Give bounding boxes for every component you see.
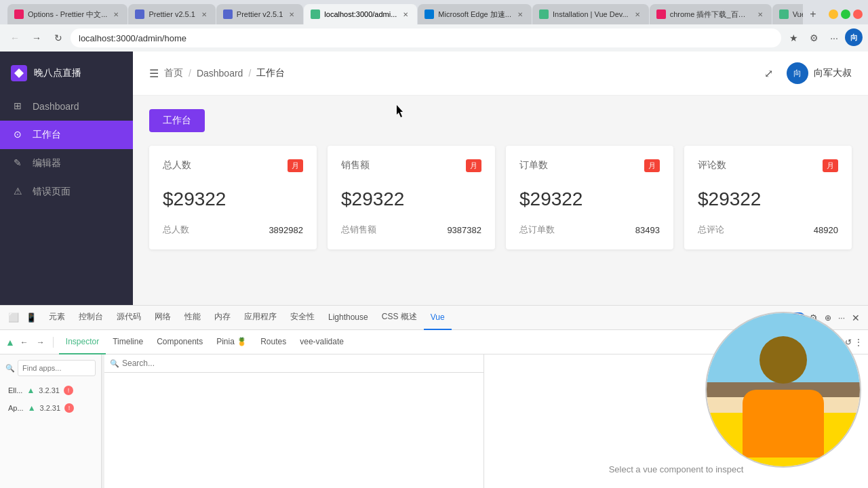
stat-card-header-1: 销售额 月 <box>341 159 481 172</box>
header-right: ⤢ 向 向军大叔 <box>758 62 852 84</box>
stat-value-3: $29322 <box>698 188 838 210</box>
back-button[interactable]: ← <box>5 28 24 47</box>
devtools-tab-sources[interactable]: 源代码 <box>110 306 148 330</box>
breadcrumb-home[interactable]: 首页 <box>164 67 183 79</box>
tab-close-icon[interactable]: ✕ <box>633 9 642 19</box>
devtools-tab-elements[interactable]: 元素 <box>42 306 72 330</box>
tab-label: localhost:3000/admi... <box>324 10 397 18</box>
tab-close-icon[interactable]: ✕ <box>199 9 209 19</box>
main-content: ☰ 首页 / Dashboard / 工作台 ⤢ 向 向军大叔 工作台 <box>133 52 868 305</box>
stat-footer-value-2: 83493 <box>635 225 660 235</box>
sidebar-item-editor[interactable]: ✎ 编辑器 <box>0 149 133 178</box>
fullscreen-button[interactable]: ⤢ <box>758 63 778 83</box>
sidebar-workspace-label: 工作台 <box>33 129 61 141</box>
devtools-tab-application[interactable]: 应用程序 <box>237 306 283 330</box>
inspector-search-icon: 🔍 <box>110 359 119 368</box>
user-avatar: 向 <box>787 62 808 84</box>
vue-logo-small: ▲ <box>28 403 36 413</box>
stat-card-title-3: 评论数 <box>698 159 726 171</box>
browser-tab-t6[interactable]: Installation | Vue Dev... ✕ <box>532 4 649 24</box>
tab-label: Options - Prettier 中文... <box>28 9 107 20</box>
stat-card-0: 总人数 月 $29322 总人数 3892982 <box>149 146 317 249</box>
tab-close-icon[interactable]: ✕ <box>401 9 410 19</box>
new-tab-button[interactable]: + <box>804 5 823 24</box>
app-list-item-app1[interactable]: Ell... ▲ 3.2.31 ! <box>5 382 96 399</box>
stat-footer-label-3: 总评论 <box>698 224 724 236</box>
close-button[interactable] <box>853 9 863 19</box>
devtools-tab-console[interactable]: 控制台 <box>72 306 110 330</box>
stat-value-1: $29322 <box>341 188 481 210</box>
breadcrumb-dashboard[interactable]: Dashboard <box>197 68 243 79</box>
devtools-app-list: 🔍 Ell... ▲ 3.2.31 ! Ap... ▲ 3.2.31 ! <box>0 354 102 488</box>
vue-tab-vee-validate[interactable]: vee-validate <box>293 330 351 354</box>
vue-back-button[interactable]: ← <box>18 338 31 347</box>
toolbar-actions: ★ ⚙ ··· 向 <box>784 28 863 47</box>
tab-close-icon[interactable]: ✕ <box>515 9 525 19</box>
user-info: 向 向军大叔 <box>787 62 852 84</box>
tab-close-icon[interactable]: ✕ <box>755 9 765 19</box>
vue-tab-pinia[interactable]: Pinia 🍍 <box>210 330 254 354</box>
browser-tab-t7[interactable]: chrome 插件下载_百度... ✕ <box>650 4 772 24</box>
inspector-search-input[interactable] <box>122 359 478 368</box>
minimize-button[interactable] <box>829 9 838 19</box>
stat-footer-label-2: 总订单数 <box>519 224 555 236</box>
vue-forward-button[interactable]: → <box>34 338 47 347</box>
browser-tab-t2[interactable]: Prettier v2.5.1 ✕ <box>128 4 215 24</box>
more-icon[interactable]: ··· <box>825 28 844 47</box>
stat-footer-3: 总评论 48920 <box>698 224 838 236</box>
browser-tab-t5[interactable]: Microsoft Edge 加速... ✕ <box>418 4 532 24</box>
browser-tab-t3[interactable]: Prettier v2.5.1 ✕ <box>216 4 303 24</box>
content-area: 工作台 总人数 月 $29322 总人数 3892982 销售额 月 $2932… <box>133 96 868 263</box>
app-version-app2: 3.2.31 <box>40 404 61 412</box>
favorites-icon[interactable]: ★ <box>784 28 803 47</box>
stat-card-header-2: 订单数 月 <box>519 159 660 172</box>
app-search-input[interactable] <box>18 360 96 376</box>
maximize-button[interactable] <box>841 9 850 19</box>
sidebar-dashboard-icon: ⊞ <box>14 100 26 113</box>
sidebar-item-workspace[interactable]: ⊙ 工作台 <box>0 121 133 149</box>
devtools-tab-security[interactable]: 安全性 <box>283 306 321 330</box>
vue-tab-routes[interactable]: Routes <box>254 330 293 354</box>
browser-tab-t8[interactable]: Vue.js devtools件_V... ✕ <box>772 4 803 24</box>
workspace-tab-button[interactable]: 工作台 <box>149 109 205 132</box>
browser-toolbar: ← → ↻ ★ ⚙ ··· 向 <box>0 24 868 52</box>
vue-tab-timeline[interactable]: Timeline <box>106 330 150 354</box>
tab-favicon <box>223 9 233 19</box>
app-container: 晚八点直播 ⊞ Dashboard ⊙ 工作台 ✎ 编辑器 ⚠ 错误页面 ☰ 首… <box>0 52 868 305</box>
stat-card-3: 评论数 月 $29322 总评论 48920 <box>684 146 852 249</box>
devtools-tab-vue[interactable]: Vue <box>424 306 452 330</box>
browser-tab-t4[interactable]: localhost:3000/admi... ✕ <box>304 4 417 24</box>
devtools-select-icon[interactable]: ⬜ <box>5 312 22 323</box>
devtools-tab-lighthouse[interactable]: Lighthouse <box>321 306 375 330</box>
tab-favicon <box>656 9 666 19</box>
profile-avatar[interactable]: 向 <box>845 28 863 46</box>
browser-tab-t1[interactable]: Options - Prettier 中文... ✕ <box>7 4 127 24</box>
sidebar-error-page-label: 错误页面 <box>33 186 71 198</box>
tab-close-icon[interactable]: ✕ <box>287 9 296 19</box>
sidebar-dashboard-label: Dashboard <box>33 101 79 112</box>
vue-tab-inspector[interactable]: Inspector <box>59 330 106 354</box>
sidebar-item-dashboard[interactable]: ⊞ Dashboard <box>0 92 133 121</box>
settings-icon[interactable]: ⚙ <box>804 28 823 47</box>
app-list-item-app2[interactable]: Ap... ▲ 3.2.31 ! <box>5 399 96 417</box>
webcam-overlay <box>705 312 861 468</box>
tab-close-icon[interactable]: ✕ <box>111 9 121 19</box>
sidebar-logo-icon <box>11 65 27 81</box>
sidebar-item-error-page[interactable]: ⚠ 错误页面 <box>0 178 133 206</box>
forward-button[interactable]: → <box>27 28 46 47</box>
devtools-tab-network[interactable]: 网络 <box>148 306 178 330</box>
menu-icon[interactable]: ☰ <box>149 67 159 80</box>
address-bar[interactable] <box>71 28 781 47</box>
devtools-device-icon[interactable]: 📱 <box>23 312 39 323</box>
warning-dot-app1: ! <box>64 386 73 395</box>
devtools-tab-performance[interactable]: 性能 <box>178 306 208 330</box>
stat-footer-1: 总销售额 9387382 <box>341 224 481 236</box>
app-short-app1: Ell... <box>8 386 22 394</box>
vue-logo-icon: ▲ <box>5 337 15 348</box>
devtools-tab-memory[interactable]: 内存 <box>208 306 237 330</box>
reload-button[interactable]: ↻ <box>49 28 68 47</box>
vue-tab-components[interactable]: Components <box>150 330 210 354</box>
app-search-icon: 🔍 <box>5 364 15 373</box>
devtools-tab-css-overview[interactable]: CSS 概述 <box>375 306 424 330</box>
tab-label: Vue.js devtools件_V... <box>793 9 803 20</box>
